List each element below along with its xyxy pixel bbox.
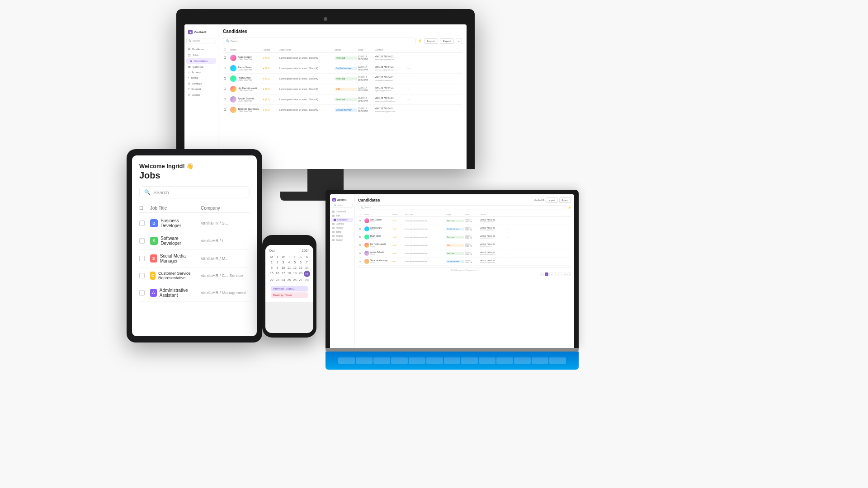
laptop-rating: ★4.0: [392, 220, 404, 222]
desktop-search[interactable]: 🔍 Search: [186, 38, 216, 43]
desktop-logo: ▣ VanillaHR: [184, 28, 218, 38]
laptop-sidebar-billing[interactable]: Billing: [330, 230, 354, 234]
row-check-l[interactable]: ☐: [359, 220, 363, 222]
more-icon-l[interactable]: —: [508, 220, 512, 222]
day-date: 20: [298, 271, 303, 277]
calendar-event: Interview - Alan C.: [271, 286, 308, 291]
laptop-sidebar-candidates[interactable]: Candidates: [331, 218, 353, 222]
pg-prev[interactable]: <: [540, 272, 544, 276]
laptop-nav-dashboard: Dashboard: [336, 211, 346, 213]
laptop-stage: On-Site Interview: [446, 260, 464, 263]
laptop-surface: ▣ VanillaHR 🔍 Search Dashboard: [326, 190, 579, 370]
sidebar-item-jobs[interactable]: ◫ Jobs: [184, 52, 218, 58]
stage-badge: Offer: [335, 88, 357, 91]
laptop-sidebar-account[interactable]: Account: [330, 226, 354, 230]
more-icon[interactable]: —: [407, 77, 413, 80]
stage-badge: New Lead: [335, 98, 357, 101]
laptop-email: aysianschmitt@gmail.com: [480, 253, 507, 255]
more-icon[interactable]: —: [407, 98, 413, 101]
pg-3[interactable]: 3: [554, 272, 557, 276]
laptop-rating: ★4.0: [392, 236, 404, 238]
col-job-title: Job Title: [150, 206, 199, 211]
more-icon[interactable]: —: [407, 56, 413, 59]
sidebar-item-candidates[interactable]: ◉ Candidates: [186, 58, 216, 64]
day-date: 6: [298, 260, 303, 265]
more-icon-l[interactable]: —: [508, 228, 512, 230]
stage-badge: On-Site Interview: [335, 67, 357, 70]
col-rating-l: Rating: [392, 213, 404, 216]
laptop-sidebar-support[interactable]: Support: [330, 238, 354, 242]
add-candidate-button[interactable]: +: [456, 38, 462, 44]
row-checkbox[interactable]: [139, 256, 145, 261]
sidebar-item-account[interactable]: ○ Account: [184, 70, 218, 75]
search-text: Search: [337, 204, 343, 206]
more-icon-l[interactable]: —: [508, 252, 512, 254]
more-icon[interactable]: —: [407, 108, 413, 111]
row-check[interactable]: ☐: [224, 98, 229, 101]
laptop-cand-loc: Source: [370, 229, 382, 231]
row-check-l[interactable]: ☐: [359, 244, 363, 246]
sidebar-item-calendar[interactable]: ▦ Calendar: [184, 64, 218, 70]
sidebar-item-settings[interactable]: ⚙ Settings: [184, 80, 218, 86]
laptop-sidebar-settings[interactable]: Settings: [330, 234, 354, 238]
pg-2[interactable]: 2: [549, 272, 553, 276]
job-company: VanillaHR / M...: [201, 256, 250, 261]
calendar-header: Oct 2024: [269, 249, 310, 253]
more-icon-l[interactable]: —: [508, 236, 512, 238]
more-icon-l[interactable]: —: [508, 260, 512, 263]
laptop-search-bar[interactable]: 🔍 Search: [358, 205, 566, 210]
contact-cell: +90 123 789 64 21 terrencemorr@gmail.com: [375, 107, 406, 113]
desktop-sidebar: ▣ VanillaHR 🔍 Search ⊞ Dashboard ◫: [184, 24, 218, 169]
candidates-search[interactable]: 🔍 Search: [223, 38, 416, 44]
dot-icon: [334, 219, 336, 221]
day-date: 11: [286, 265, 292, 270]
day-date: 8: [269, 265, 274, 270]
row-check[interactable]: ☐: [224, 77, 229, 80]
row-check-l[interactable]: ☐: [359, 252, 363, 254]
row-checkbox[interactable]: [139, 238, 145, 244]
pg-next[interactable]: >: [567, 272, 571, 276]
tablet-search[interactable]: 🔍 Search: [139, 186, 250, 198]
sidebar-item-support[interactable]: ? Support: [184, 86, 218, 92]
day-label: M: [269, 254, 274, 259]
date-cell: 12/07/17 09:52 PM: [358, 55, 374, 61]
laptop-search[interactable]: 🔍 Search: [332, 203, 353, 208]
key: [444, 357, 461, 364]
calendar-icon: ▦: [188, 65, 191, 68]
row-checkbox[interactable]: [139, 273, 145, 278]
more-icon[interactable]: —: [407, 88, 413, 90]
more-icon[interactable]: —: [407, 67, 413, 70]
day-date: 3: [281, 260, 286, 265]
contact-phone: +90 123 789 64 21: [375, 76, 406, 79]
laptop-export-btn[interactable]: Export: [559, 197, 571, 203]
import-button[interactable]: Import: [424, 38, 438, 44]
sidebar-item-dashboard[interactable]: ⊞ Dashboard: [184, 46, 218, 52]
export-button[interactable]: Export: [440, 38, 454, 44]
row-check[interactable]: ☐: [224, 88, 229, 90]
laptop-sidebar-jobs[interactable]: Jobs: [330, 214, 354, 218]
sidebar-item-billing[interactable]: ▪ Billing: [184, 75, 218, 80]
more-icon-l[interactable]: —: [508, 244, 512, 246]
jobs-icon: ◫: [188, 53, 191, 56]
row-check-l[interactable]: ☐: [359, 236, 363, 238]
laptop-rating: ★4.0: [392, 244, 404, 246]
laptop-sidebar-dashboard[interactable]: Dashboard: [330, 210, 354, 214]
sidebar-label-account: Account: [192, 71, 202, 74]
calendar-month: Oct: [269, 249, 274, 253]
row-check-l[interactable]: ☐: [359, 260, 363, 263]
job-title: Administrative Assistant: [160, 288, 199, 298]
row-check-l[interactable]: ☐: [359, 228, 363, 230]
row-check[interactable]: ☐: [224, 56, 229, 59]
laptop-avatar: [364, 235, 369, 239]
row-check[interactable]: ☐: [224, 108, 229, 111]
laptop-import-btn[interactable]: Import: [546, 197, 557, 203]
laptop-email: alexissears@gmail.com: [480, 229, 507, 231]
row-checkbox[interactable]: [139, 221, 145, 226]
row-check[interactable]: ☐: [224, 67, 229, 70]
pg-1[interactable]: 1: [545, 272, 548, 276]
col-rating: Rating: [263, 48, 278, 51]
row-checkbox[interactable]: [139, 290, 145, 296]
sidebar-item-admin[interactable]: ◎ Admin: [184, 92, 218, 98]
laptop-sidebar-calendar[interactable]: Calendar: [330, 222, 354, 226]
pg-last[interactable]: 10: [563, 272, 566, 276]
